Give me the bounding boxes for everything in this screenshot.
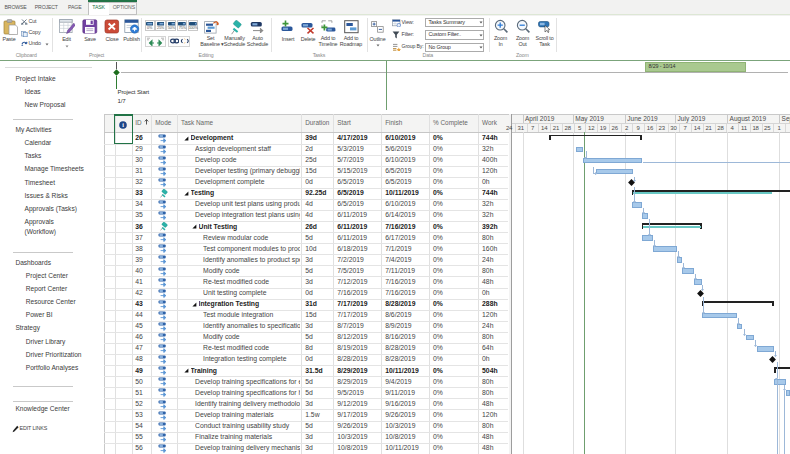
svg-text:i: i (122, 122, 124, 129)
